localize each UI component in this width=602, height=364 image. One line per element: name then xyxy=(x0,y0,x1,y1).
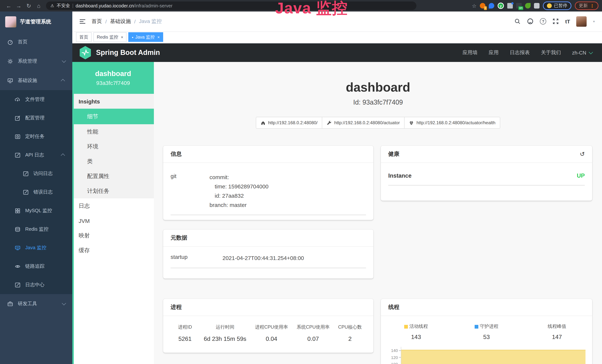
threads-chart: 140 120 100 xyxy=(381,347,592,364)
sba-nav-wallboard[interactable]: 应用墙 xyxy=(462,49,477,56)
sidebar-item-infra[interactable]: 基础设施 xyxy=(0,71,72,90)
browser-home-icon[interactable]: ⌂ xyxy=(34,0,44,11)
briefcase-icon xyxy=(7,301,13,307)
status-badge: UP xyxy=(577,172,585,179)
tab-close-icon[interactable]: × xyxy=(121,35,123,39)
sidebar-item-file-manage[interactable]: 文件管理 xyxy=(0,90,72,109)
fullscreen-icon[interactable] xyxy=(553,18,559,24)
cloud-upload-icon xyxy=(15,96,20,102)
sba-side-item-logs[interactable]: 日志 xyxy=(74,198,154,213)
process-value-uptime: 6d 23h 15m 59s xyxy=(200,336,251,342)
github-icon[interactable] xyxy=(527,18,534,25)
browser-reload-icon[interactable]: ↻ xyxy=(24,0,34,11)
update-label: 更新 xyxy=(579,3,588,9)
health-url-button[interactable]: http://192.168.0.2:48080/actuator/health xyxy=(404,117,500,129)
browser-menu-icon[interactable]: ⋮ xyxy=(590,3,594,8)
info-row-value: commit: time: 1596289704000 id: 27aa832 … xyxy=(210,172,269,210)
sba-side-item-metrics[interactable]: 性能 xyxy=(74,124,154,139)
legend-label: 守护进程 xyxy=(480,323,498,330)
help-icon[interactable]: ? xyxy=(540,18,546,24)
address-divider xyxy=(73,3,73,8)
extension-y-icon[interactable]: y xyxy=(498,3,504,9)
extension-leaf-icon[interactable] xyxy=(525,3,531,9)
sidebar-item-scheduled-jobs[interactable]: 定时任务 xyxy=(0,127,72,146)
tab-redis-monitor[interactable]: Redis 监控× xyxy=(93,32,127,42)
sba-side-item-environment[interactable]: 环境 xyxy=(74,139,154,154)
avatar-caret-icon[interactable]: ▾ xyxy=(593,20,595,23)
bookmark-star-icon[interactable]: ☆ xyxy=(472,3,476,9)
sba-nav-applications[interactable]: 应用 xyxy=(489,49,499,56)
sba-side-item-scheduled-tasks[interactable]: 计划任务 xyxy=(74,183,154,198)
sba-side-item-mappings[interactable]: 映射 xyxy=(74,228,154,243)
breadcrumb-current: Java 监控 xyxy=(139,18,162,25)
log-edit-icon xyxy=(23,189,29,195)
legend-value: 147 xyxy=(522,334,592,341)
extension-grid-icon[interactable] xyxy=(507,3,513,9)
sba-nav-about[interactable]: 关于我们 xyxy=(541,49,561,56)
service-url-button[interactable]: http://192.168.0.2:48080/ xyxy=(256,117,322,129)
sidebar-item-error-log[interactable]: 错误日志 xyxy=(0,183,72,201)
sidebar-item-api-log[interactable]: API 日志 xyxy=(0,146,72,164)
legend-swatch-yellow xyxy=(404,325,408,328)
font-size-icon[interactable]: tT xyxy=(565,18,570,24)
metadata-row-label: startup xyxy=(171,253,223,263)
sidebar-item-home[interactable]: 首页 xyxy=(0,32,72,52)
legend-value: 143 xyxy=(381,334,451,341)
browser-forward-icon[interactable]: → xyxy=(14,0,24,11)
history-icon[interactable]: ↺ xyxy=(580,150,585,158)
sidebar-item-system[interactable]: 系统管理 xyxy=(0,52,72,71)
layers-icon xyxy=(15,226,20,232)
extension-pin-icon[interactable] xyxy=(489,3,494,9)
sidebar-item-access-log[interactable]: 访问日志 xyxy=(0,164,72,183)
breadcrumb-home[interactable]: 首页 xyxy=(92,18,102,25)
extension-orange-icon[interactable]: 1 xyxy=(480,3,485,9)
chrome-update-button[interactable]: 更新⋮ xyxy=(575,1,599,10)
profile-paused-badge[interactable]: 已暂停 xyxy=(543,1,571,10)
sidebar-item-dev-tools[interactable]: 研发工具 xyxy=(0,294,72,313)
security-label[interactable]: 不安全 xyxy=(57,3,70,9)
sidebar-item-redis-monitor[interactable]: Redis 监控 xyxy=(0,220,72,238)
user-avatar[interactable] xyxy=(576,16,587,27)
tab-close-icon[interactable]: × xyxy=(157,35,160,39)
legend-label: 活动线程 xyxy=(409,323,428,330)
sba-language-select[interactable]: zh-CN xyxy=(572,50,592,55)
java-monitor-icon xyxy=(15,245,20,250)
extension-switch-icon[interactable]: on xyxy=(516,3,522,9)
sidebar-item-config-manage[interactable]: 配置管理 xyxy=(0,109,72,127)
sidebar-label: MySQL 监控 xyxy=(25,207,65,214)
sidebar-item-java-monitor[interactable]: Java 监控 xyxy=(0,238,72,257)
sidebar-item-tracing[interactable]: 链路追踪 xyxy=(0,257,72,276)
actuator-url-button[interactable]: http://192.168.0.2:48080/actuator xyxy=(322,117,405,129)
sba-title[interactable]: Spring Boot Admin xyxy=(96,49,160,57)
tab-label: 首页 xyxy=(79,34,88,40)
sba-side-nav: Insights 细节 性能 环境 类 配置属性 计划任务 日志 JVM 映射 … xyxy=(72,94,154,364)
tab-home[interactable]: 首页 xyxy=(76,32,92,42)
page-url[interactable]: dashboard.yudao.iocoder.cn/infra/admin-s… xyxy=(76,3,172,8)
health-instance-row[interactable]: Instance UP xyxy=(388,172,585,185)
browser-back-icon[interactable]: ← xyxy=(4,0,14,11)
log-edit-icon xyxy=(15,282,20,288)
process-value-pid: 5261 xyxy=(171,336,200,342)
extensions-puzzle-icon[interactable] xyxy=(534,3,539,9)
sba-side-item-classes[interactable]: 类 xyxy=(74,154,154,169)
sba-side-item-details[interactable]: 细节 xyxy=(74,109,154,124)
threads-legend: 活动线程 143 守护进程 53 线程峰值 14 xyxy=(381,323,592,341)
tab-java-monitor[interactable]: ●Java 监控× xyxy=(129,32,163,42)
breadcrumb-infra[interactable]: 基础设施 xyxy=(110,18,131,25)
sba-side-item-jvm[interactable]: JVM xyxy=(74,213,154,228)
sidebar-item-log-center[interactable]: 日志中心 xyxy=(0,276,72,294)
app-logo-row[interactable]: 芋道管理系统 xyxy=(0,11,72,32)
dashboard-icon xyxy=(7,39,13,45)
sba-nav-journal[interactable]: 日志报表 xyxy=(510,49,530,56)
sidebar-item-mysql-monitor[interactable]: MySQL 监控 xyxy=(0,201,72,220)
sidebar-label: 系统管理 xyxy=(18,58,57,64)
search-icon[interactable] xyxy=(515,18,521,24)
breadcrumb: 首页 / 基础设施 / Java 监控 xyxy=(92,18,162,25)
sba-side-item-caches[interactable]: 缓存 xyxy=(74,243,154,258)
address-bar[interactable]: ⚠ 不安全 dashboard.yudao.iocoder.cn/infra/a… xyxy=(46,1,416,10)
sba-side-item-config-props[interactable]: 配置属性 xyxy=(74,169,154,183)
browser-toolbar-right: ☆ 1 y on 已暂停 更新⋮ xyxy=(472,1,599,10)
sba-side-group-insights: Insights xyxy=(74,94,154,109)
sidebar-toggle-icon[interactable] xyxy=(80,19,85,23)
sba-app-header[interactable]: dashboard 93a3fc7f7409 xyxy=(72,62,154,94)
